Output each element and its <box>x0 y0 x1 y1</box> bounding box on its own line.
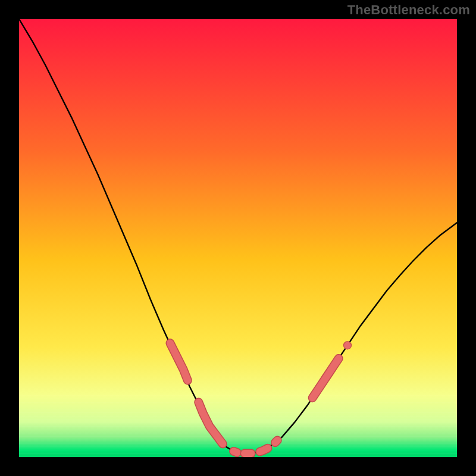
svg-rect-0 <box>19 19 457 457</box>
watermark-text: TheBottleneck.com <box>347 2 470 18</box>
curve-marker <box>234 451 237 452</box>
curve-marker <box>275 440 278 443</box>
marker-group-7 <box>344 342 352 349</box>
marker-group-5 <box>275 440 278 443</box>
chart-stage: TheBottleneck.com <box>0 0 476 476</box>
marker-group-4 <box>260 448 268 452</box>
marker-group-2 <box>234 451 237 452</box>
curve-marker <box>344 342 352 349</box>
chart-svg <box>19 19 457 457</box>
plot-area <box>19 19 457 457</box>
curve-marker <box>260 448 268 452</box>
